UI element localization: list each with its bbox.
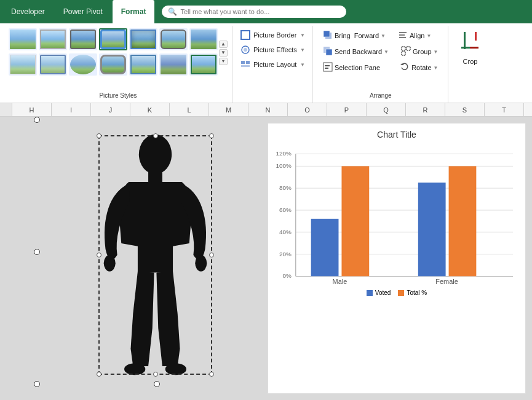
- selection-pane-label: Selection Pane: [335, 64, 380, 71]
- svg-rect-8: [324, 31, 330, 37]
- legend-voted-label: Voted: [375, 289, 391, 296]
- col-header-P[interactable]: P: [327, 103, 367, 116]
- bring-forward-button[interactable]: Bring Forward ▼: [318, 28, 391, 43]
- scroll-down-arrow[interactable]: ▼: [219, 49, 228, 57]
- style-thumb-11[interactable]: [99, 53, 127, 76]
- svg-text:40%: 40%: [279, 229, 292, 235]
- group-label: Group: [413, 48, 432, 55]
- send-backward-button[interactable]: Send Backward ▼: [318, 44, 394, 59]
- align-button[interactable]: Align ▼: [393, 28, 443, 43]
- bring-forward-label2: Forward: [354, 32, 379, 39]
- style-thumb-5[interactable]: [129, 28, 157, 50]
- bar-male-voted: [311, 219, 339, 276]
- picture-border-label: Picture Border: [253, 31, 296, 39]
- scroll-more-arrow[interactable]: ▾: [219, 58, 228, 65]
- handle-outer-bm[interactable]: [154, 381, 160, 387]
- bring-forward-label: Bring: [335, 32, 351, 39]
- col-header-H[interactable]: H: [12, 103, 52, 116]
- bar-female-voted: [418, 182, 446, 276]
- picture-effects-button[interactable]: Picture Effects ▼: [237, 43, 309, 57]
- style-thumb-7[interactable]: [189, 28, 218, 50]
- style-thumb-13[interactable]: [159, 53, 188, 76]
- picture-layout-label: Picture Layout: [253, 61, 296, 68]
- handle-outer-tl[interactable]: [34, 117, 40, 123]
- svg-point-28: [195, 255, 207, 272]
- picture-layout-button[interactable]: Picture Layout ▼: [237, 58, 309, 71]
- rotate-button[interactable]: Rotate ▼: [395, 60, 443, 75]
- search-input[interactable]: [180, 8, 340, 15]
- bar-female-total: [449, 166, 477, 276]
- align-label: Align: [410, 32, 424, 39]
- arrange-row-2: Send Backward ▼ Group ▼: [318, 44, 443, 59]
- crop-label: Crop: [463, 58, 478, 65]
- arrange-label: Arrange: [313, 92, 448, 99]
- style-thumb-6[interactable]: [159, 28, 188, 50]
- style-thumb-10[interactable]: [69, 53, 97, 76]
- svg-rect-18: [325, 65, 330, 66]
- col-header-R[interactable]: R: [406, 103, 445, 116]
- svg-rect-16: [402, 52, 405, 55]
- svg-text:0%: 0%: [282, 272, 292, 279]
- picture-border-button[interactable]: Picture Border ▼: [237, 28, 309, 42]
- style-thumb-1[interactable]: [9, 28, 37, 50]
- svg-rect-13: [326, 49, 332, 55]
- tab-power-pivot[interactable]: Power Pivot: [55, 0, 111, 23]
- chart-svg: 0% 20% 40% 60% 80% 100% 120%: [274, 144, 519, 286]
- col-header-O[interactable]: O: [288, 103, 327, 116]
- col-header-U[interactable]: U: [524, 103, 532, 116]
- style-thumb-14[interactable]: [189, 53, 218, 76]
- svg-rect-4: [241, 61, 245, 64]
- picture-styles-label: Picture Styles: [4, 92, 232, 99]
- svg-text:120%: 120%: [276, 150, 292, 157]
- col-header-K[interactable]: K: [130, 103, 170, 116]
- human-figure-image[interactable]: [95, 132, 215, 378]
- col-header-M[interactable]: M: [209, 103, 248, 116]
- handle-outer-bl[interactable]: [34, 381, 40, 387]
- svg-point-25: [139, 135, 172, 175]
- svg-rect-21: [464, 32, 466, 49]
- picture-styles-section: ▲ ▼ ▾ Picture Styles: [4, 26, 233, 103]
- style-thumb-12[interactable]: [129, 53, 157, 76]
- col-header-I[interactable]: I: [52, 103, 91, 116]
- col-header-Q[interactable]: Q: [367, 103, 406, 116]
- arrange-label-text: Arrange: [370, 92, 392, 99]
- group-icon: [401, 46, 411, 57]
- svg-text:Female: Female: [435, 278, 458, 285]
- group-button[interactable]: Group ▼: [396, 44, 443, 59]
- scroll-up-arrow[interactable]: ▲: [219, 41, 228, 48]
- picture-commands-section: Picture Border ▼ Picture Effects ▼ Pictu…: [233, 26, 313, 103]
- legend-total-label: Total %: [407, 289, 427, 296]
- tab-developer[interactable]: Developer: [2, 0, 54, 23]
- style-thumb-3[interactable]: [69, 28, 97, 50]
- crop-button[interactable]: Crop: [455, 28, 485, 68]
- style-thumbnails-grid: [9, 28, 218, 77]
- svg-text:80%: 80%: [279, 184, 292, 191]
- image-area: [0, 117, 264, 400]
- effects-dropdown-icon: ▼: [300, 47, 305, 53]
- svg-rect-1: [243, 33, 248, 37]
- layout-dropdown-icon: ▼: [300, 62, 305, 68]
- tab-format[interactable]: Format: [113, 0, 155, 23]
- tab-bar: Developer Power Pivot Format 🔍: [0, 0, 532, 23]
- selection-pane-button[interactable]: Selection Pane: [318, 60, 392, 75]
- selection-pane-icon: [323, 62, 333, 73]
- group-arrow: ▼: [434, 49, 439, 55]
- col-header-L[interactable]: L: [170, 103, 209, 116]
- svg-rect-17: [324, 63, 332, 71]
- col-header-N[interactable]: N: [248, 103, 288, 116]
- legend-total: Total %: [398, 289, 427, 296]
- effects-icon: [240, 45, 250, 55]
- style-thumb-8[interactable]: [9, 53, 37, 76]
- style-thumb-4[interactable]: [99, 28, 127, 50]
- chart-area: Chart Title 0% 20% 40% 60% 80% 100% 120%: [268, 123, 526, 394]
- col-header-T[interactable]: T: [485, 103, 524, 116]
- style-thumb-9[interactable]: [39, 53, 67, 76]
- style-thumb-2[interactable]: [39, 28, 67, 50]
- handle-outer-ml[interactable]: [34, 249, 40, 255]
- picture-effects-label: Picture Effects: [253, 46, 297, 53]
- border-dropdown-icon: ▼: [300, 33, 305, 38]
- col-header-S[interactable]: S: [445, 103, 485, 116]
- svg-point-29: [124, 363, 145, 375]
- col-header-J[interactable]: J: [91, 103, 130, 116]
- bring-forward-icon: [323, 30, 333, 41]
